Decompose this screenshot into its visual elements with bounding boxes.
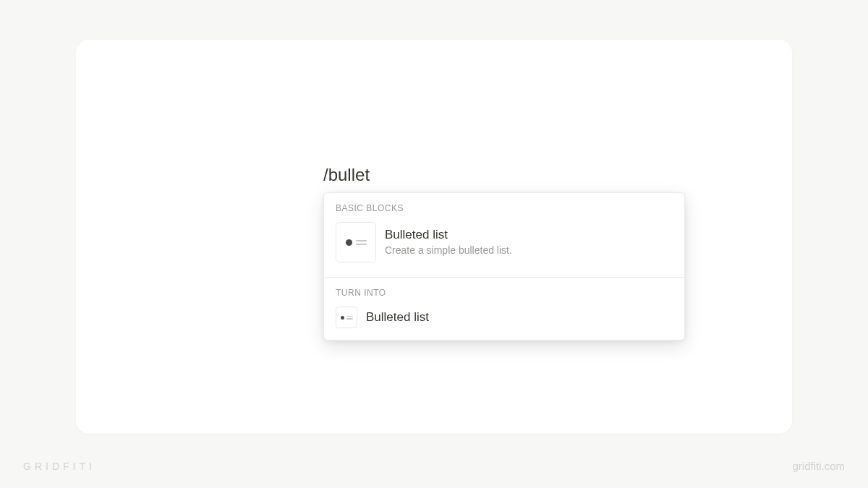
editor-area: /bullet BASIC BLOCKS bbox=[323, 165, 685, 341]
menu-item-text: Bulleted list Create a simple bulleted l… bbox=[385, 227, 512, 257]
content-card: /bullet BASIC BLOCKS bbox=[76, 40, 792, 434]
menu-item-turn-into-bulleted-list[interactable]: Bulleted list bbox=[324, 304, 684, 335]
slash-command-menu: BASIC BLOCKS Bulleted list Cr bbox=[323, 192, 685, 341]
menu-item-bulleted-list[interactable]: Bulleted list Create a simple bulleted l… bbox=[324, 219, 684, 273]
watermark-brand: GRIDFITI bbox=[23, 461, 95, 472]
menu-item-description: Create a simple bulleted list. bbox=[385, 244, 512, 257]
watermark-url: gridfiti.com bbox=[792, 460, 845, 472]
slash-command-text[interactable]: /bullet bbox=[323, 165, 685, 185]
menu-item-title: Bulleted list bbox=[385, 227, 512, 243]
menu-item-text: Bulleted list bbox=[366, 309, 429, 325]
menu-item-title: Bulleted list bbox=[366, 309, 429, 325]
menu-section-basic-blocks: BASIC BLOCKS Bulleted list Cr bbox=[324, 193, 684, 277]
menu-section-turn-into: TURN INTO Bulleted list bbox=[324, 278, 684, 340]
bulleted-list-icon bbox=[336, 307, 357, 328]
section-header-basic-blocks: BASIC BLOCKS bbox=[324, 200, 684, 219]
section-header-turn-into: TURN INTO bbox=[324, 285, 684, 304]
bulleted-list-icon bbox=[336, 222, 376, 262]
